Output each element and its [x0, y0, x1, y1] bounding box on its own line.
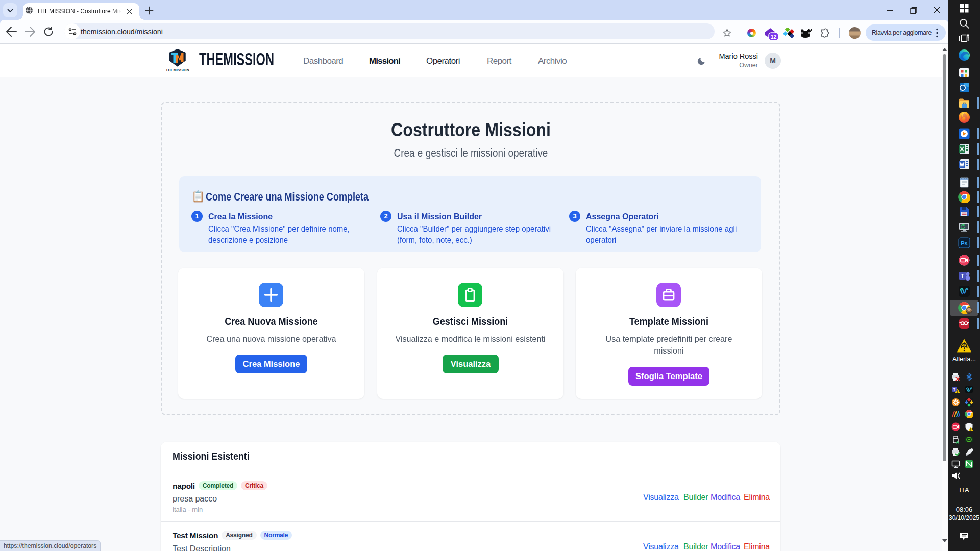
svg-text:T: T — [961, 273, 964, 279]
svg-text:Ps: Ps — [961, 240, 967, 246]
svg-text:12: 12 — [771, 34, 777, 40]
svg-text:T: T — [953, 388, 956, 391]
svg-text:THEMISSION: THEMISSION — [166, 68, 189, 72]
